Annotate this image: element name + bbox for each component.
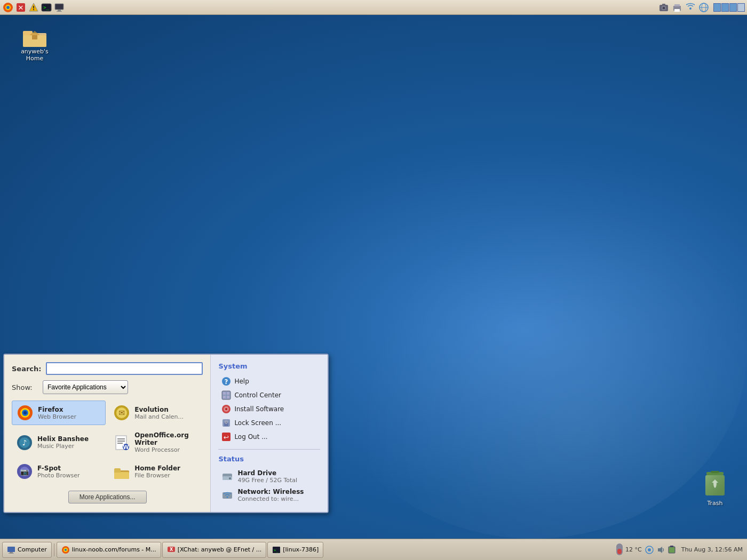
cpu-icon <box>615 542 624 557</box>
svg-text:✉: ✉ <box>118 409 125 417</box>
svg-rect-76 <box>7 547 15 552</box>
apps-grid: Firefox Web Browser ✉ Evolution <box>12 401 203 483</box>
panel-left: ✕ ! >_ <box>2 2 65 13</box>
show-row: Show: Favorite Applications All Applicat… <box>12 380 203 394</box>
svg-rect-63 <box>224 422 228 426</box>
app-item-helix[interactable]: ♪ Helix Banshee Music Player <box>12 428 106 457</box>
system-title: System <box>218 362 320 370</box>
show-select[interactable]: Favorite Applications All Applications R… <box>43 380 128 394</box>
app-item-writer[interactable]: W OpenOffice.org Writer Word Processor <box>109 428 203 457</box>
panel-network-icon[interactable] <box>685 2 696 13</box>
svg-text:♪: ♪ <box>22 438 27 447</box>
taskbar-xchat-label: [XChat: anyweb @ EFnet / ... <box>178 546 261 553</box>
svg-text:X: X <box>170 547 173 552</box>
helix-desc: Music Player <box>37 443 89 450</box>
search-input[interactable] <box>46 362 203 375</box>
svg-rect-56 <box>227 392 229 395</box>
writer-desc: Word Processor <box>134 446 198 453</box>
sys-item-logout[interactable]: ↩ Log Out ... <box>218 430 320 444</box>
svg-rect-42 <box>117 441 125 442</box>
network-name: Network: Wireless <box>237 488 304 495</box>
svg-point-14 <box>663 6 665 9</box>
helix-app-icon: ♪ <box>16 434 33 451</box>
status-title: Status <box>218 455 320 463</box>
svg-rect-41 <box>117 438 125 439</box>
taskbar-firefox[interactable]: linux-noob.com/forums - M... <box>57 542 161 558</box>
status-network: Network: Wireless Connected to: wire... <box>218 486 320 505</box>
panel-warning-icon[interactable]: ! <box>28 2 39 13</box>
trash-desktop-icon[interactable]: Trash <box>699 471 731 507</box>
svg-text:📷: 📷 <box>20 467 29 476</box>
svg-rect-51 <box>114 468 121 473</box>
app-item-home[interactable]: Home Folder File Browser <box>109 460 203 483</box>
trash-icon-img <box>702 471 728 499</box>
svg-rect-91 <box>669 547 675 553</box>
svg-point-71 <box>227 496 228 498</box>
sys-item-lock-label: Lock Screen ... <box>234 419 281 427</box>
fspot-app-text: F-Spot Photo Browser <box>37 465 80 479</box>
desktop-home-icon[interactable]: anyweb's Home <box>16 26 53 62</box>
tray-network-icon[interactable] <box>644 542 655 557</box>
sys-item-logout-label: Log Out ... <box>234 433 267 441</box>
logout-icon: ↩ <box>221 432 231 442</box>
svg-marker-90 <box>658 547 662 553</box>
computer-icon <box>7 546 15 554</box>
sys-item-install-software[interactable]: Install Software <box>218 402 320 416</box>
fspot-name: F-Spot <box>37 465 80 472</box>
tray-sound-icon[interactable] <box>655 542 666 557</box>
panel-camera-icon[interactable] <box>658 2 670 13</box>
panel-close-icon[interactable]: ✕ <box>15 2 27 13</box>
taskbar-terminal-label: [linux-7386] <box>283 546 319 553</box>
battery-seg-3 <box>729 3 737 12</box>
firefox-launcher[interactable] <box>2 2 14 13</box>
panel-globe-icon[interactable] <box>698 2 710 13</box>
show-label: Show: <box>12 383 38 391</box>
svg-text:↩: ↩ <box>224 434 229 441</box>
menu-right-panel: System ? Help Control Center Install Sof… <box>211 355 328 512</box>
sys-item-help[interactable]: ? Help <box>218 374 320 388</box>
control-center-icon <box>221 390 231 400</box>
app-item-evolution[interactable]: ✉ Evolution Mail and Calen... <box>109 401 203 425</box>
help-icon: ? <box>221 377 231 386</box>
app-item-fspot[interactable]: 📷 F-Spot Photo Browser <box>12 460 106 483</box>
taskbar-firefox-label: linux-noob.com/forums - M... <box>72 546 156 553</box>
sys-tray: 12 °C <box>615 542 642 557</box>
battery-seg-2 <box>721 3 729 12</box>
network-text: Network: Wireless Connected to: wire... <box>237 488 304 502</box>
svg-rect-50 <box>114 472 129 479</box>
evolution-app-text: Evolution Mail and Calen... <box>134 406 184 420</box>
home-icon-label: anyweb's Home <box>16 48 53 62</box>
writer-name: OpenOffice.org Writer <box>134 431 198 446</box>
panel-right <box>658 2 745 13</box>
taskbar: Computer linux-noob.com/forums - M... X … <box>0 539 747 560</box>
more-applications-button[interactable]: More Applications... <box>68 491 147 503</box>
svg-point-19 <box>689 7 692 10</box>
taskbar-sep-1 <box>54 543 54 556</box>
panel-screen-icon[interactable] <box>53 2 65 13</box>
app-item-firefox[interactable]: Firefox Web Browser <box>12 401 106 425</box>
firefox-app-icon <box>17 404 34 421</box>
svg-point-81 <box>65 549 67 551</box>
sys-item-control-center[interactable]: Control Center <box>218 388 320 402</box>
top-panel: ✕ ! >_ <box>0 0 747 15</box>
evolution-desc: Mail and Calen... <box>134 413 184 420</box>
svg-rect-78 <box>9 553 14 554</box>
svg-rect-10 <box>58 10 61 11</box>
desktop: anyweb's Home Search: Show: Favorite App… <box>0 15 747 539</box>
install-software-icon <box>221 404 231 414</box>
panel-terminal-icon[interactable]: >_ <box>41 2 52 13</box>
taskbar-computer[interactable]: Computer <box>2 542 52 558</box>
taskbar-xchat[interactable]: X [XChat: anyweb @ EFnet / ... <box>162 542 266 558</box>
svg-rect-28 <box>32 35 37 39</box>
taskbar-right: 12 °C Thu Aug 3, 12:56 AM <box>615 542 745 557</box>
svg-rect-87 <box>617 549 622 554</box>
firefox-app-text: Firefox Web Browser <box>38 406 76 420</box>
taskbar-terminal[interactable]: >_ [linux-7386] <box>267 542 323 558</box>
panel-printer-icon[interactable] <box>671 2 683 13</box>
svg-rect-43 <box>117 443 123 444</box>
svg-rect-58 <box>227 396 229 398</box>
search-row: Search: <box>12 362 203 375</box>
writer-app-icon: W <box>113 434 130 451</box>
sys-item-lock-screen[interactable]: Lock Screen ... <box>218 416 320 430</box>
evolution-name: Evolution <box>134 406 184 413</box>
